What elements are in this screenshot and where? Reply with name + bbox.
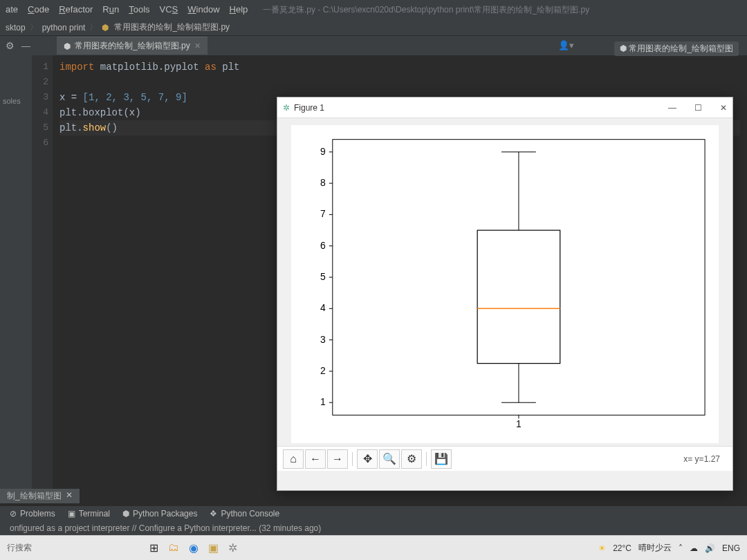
packages-icon: ⬢ (122, 509, 129, 519)
editor-tab[interactable]: ⬢ 常用图表的绘制_绘制箱型图.py ✕ (57, 37, 208, 55)
weather-text[interactable]: 晴时少云 (638, 542, 672, 554)
tray-chevron-icon[interactable]: ˄ (679, 543, 683, 553)
pycharm-icon[interactable]: ▣ (208, 541, 219, 554)
svg-text:6: 6 (320, 240, 326, 251)
python-file-icon: ⬢ (102, 23, 109, 32)
status-bar: onfigured as a project interpreter // Co… (0, 521, 747, 535)
divider (352, 452, 353, 466)
crumb-2[interactable]: 常用图表的绘制_绘制箱型图.py (114, 21, 230, 33)
mpl-icon: ✲ (283, 103, 290, 113)
crumb-0[interactable]: sktop (6, 23, 26, 32)
svg-text:4: 4 (320, 302, 326, 313)
crumb-1[interactable]: python print (42, 23, 86, 32)
divider (426, 452, 427, 466)
svg-text:7: 7 (320, 208, 326, 219)
python-file-icon: ⬢ (64, 41, 71, 51)
svg-text:5: 5 (320, 271, 326, 282)
taskview-icon[interactable]: ⊞ (149, 541, 158, 554)
lang-indicator[interactable]: ENG (722, 543, 740, 553)
bottom-file-tab[interactable]: 制_绘制箱型图 ✕ (0, 489, 80, 503)
menu-ate[interactable]: ate (6, 4, 18, 15)
close-icon[interactable]: ✕ (194, 41, 201, 50)
menu-tools[interactable]: Tools (129, 4, 149, 15)
home-button[interactable]: ⌂ (283, 449, 304, 469)
breadcrumb: sktop 〉 python print 〉 ⬢ 常用图表的绘制_绘制箱型图.p… (0, 19, 747, 36)
edge-icon[interactable]: ◉ (189, 541, 199, 554)
menu-help[interactable]: Help (230, 4, 248, 15)
side-panel: soles (0, 55, 32, 498)
menu-run[interactable]: Run (102, 4, 119, 15)
minimize-icon[interactable]: — (668, 103, 676, 113)
save-button[interactable]: 💾 (431, 449, 452, 469)
mpl-titlebar: ✲ Figure 1 — ☐ ✕ (277, 97, 732, 118)
svg-text:1: 1 (516, 418, 522, 429)
configure-button[interactable]: ⚙ (401, 449, 422, 469)
gutter: 1 2 3 4 5 6 (32, 55, 53, 498)
back-button[interactable]: ← (305, 449, 326, 469)
sound-icon[interactable]: 🔊 (705, 543, 715, 553)
svg-text:8: 8 (320, 177, 326, 188)
matplotlib-window: ✲ Figure 1 — ☐ ✕ 1234567891 ⌂ ← → ✥ 🔍 ⚙ … (277, 97, 733, 491)
close-icon[interactable]: ✕ (66, 490, 73, 502)
svg-rect-21 (477, 230, 560, 364)
svg-text:1: 1 (320, 396, 326, 407)
taskbar-search[interactable]: 行搜索 (7, 542, 32, 554)
mpl-toolbar: ⌂ ← → ✥ 🔍 ⚙ 💾 x= y=1.27 (277, 446, 732, 471)
taskbar: 行搜索 ⊞ 🗂 ◉ ▣ ✲ ☀ 22°C 晴时少云 ˄ ☁ 🔊 ENG (0, 535, 747, 560)
figure-title: Figure 1 (294, 103, 324, 113)
title-path: 一番莫龙珠.py - C:\Users\excn020d\Desktop\pyt… (263, 4, 589, 16)
svg-text:2: 2 (320, 365, 326, 376)
crumb-sep: 〉 (30, 21, 38, 33)
zoom-button[interactable]: 🔍 (379, 449, 400, 469)
pan-button[interactable]: ✥ (357, 449, 378, 469)
tray-cloud-icon[interactable]: ☁ (690, 543, 698, 553)
plot-area: 1234567891 (291, 125, 719, 443)
weather-temp[interactable]: 22°C (613, 543, 631, 553)
crumb-sep: 〉 (89, 21, 98, 33)
menu-refactor[interactable]: Refactor (59, 4, 93, 15)
topright-file-chip[interactable]: ⬢ 常用图表的绘制_绘制箱型图 (614, 41, 739, 56)
explorer-icon[interactable]: 🗂 (168, 541, 179, 554)
tab-problems[interactable]: ⊘ Problems (10, 509, 55, 519)
svg-text:9: 9 (320, 146, 326, 157)
weather-icon: ☀ (598, 543, 606, 553)
menu-vcs[interactable]: VCS (160, 4, 178, 15)
problems-icon: ⊘ (10, 509, 17, 519)
gear-icon[interactable]: ⚙ (6, 40, 15, 51)
menu-code[interactable]: Code (28, 4, 49, 15)
python-file-icon: ⬢ (620, 44, 627, 53)
terminal-icon: ▣ (68, 509, 75, 519)
side-label[interactable]: soles (0, 97, 32, 105)
menu-window[interactable]: Window (187, 4, 219, 15)
app-icon[interactable]: ✲ (228, 541, 237, 554)
svg-text:3: 3 (320, 334, 326, 345)
dash-icon[interactable]: — (21, 41, 30, 51)
boxplot-chart: 1234567891 (291, 125, 719, 443)
tab-terminal[interactable]: ▣ Terminal (68, 509, 110, 519)
close-icon[interactable]: ✕ (720, 103, 727, 113)
tab-packages[interactable]: ⬢ Python Packages (122, 509, 197, 519)
maximize-icon[interactable]: ☐ (694, 103, 702, 113)
cursor-coords: x= y=1.27 (683, 454, 727, 464)
bottom-tabs: ⊘ Problems ▣ Terminal ⬢ Python Packages … (0, 506, 747, 521)
avatar-icon[interactable]: 👤▾ (558, 40, 574, 50)
editor-tab-label: 常用图表的绘制_绘制箱型图.py (75, 40, 190, 52)
console-icon: ❖ (210, 509, 217, 519)
forward-button[interactable]: → (327, 449, 348, 469)
tab-console[interactable]: ❖ Python Console (210, 509, 279, 519)
